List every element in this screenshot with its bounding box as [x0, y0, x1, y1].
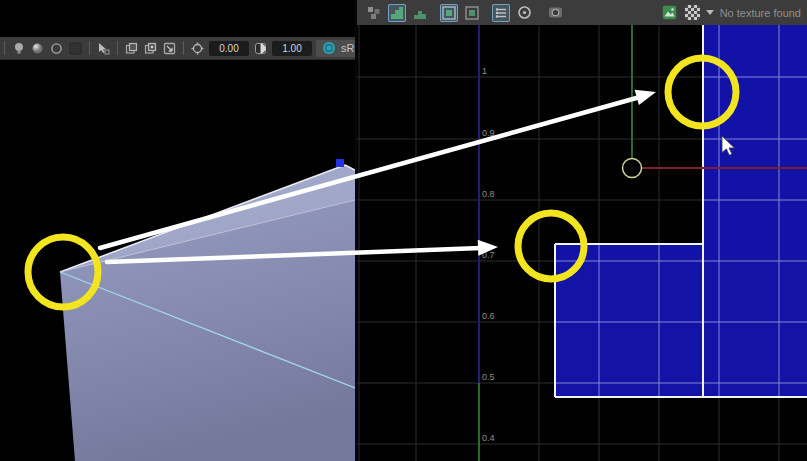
- layered-squares-dot-icon[interactable]: [143, 41, 158, 56]
- toolbar-separator: [89, 41, 90, 55]
- camera-checker-icon[interactable]: [546, 4, 564, 22]
- inactive-toggle-icon[interactable]: [68, 41, 83, 56]
- toolbar-separator: [117, 41, 118, 55]
- framed-square-icon[interactable]: [463, 4, 481, 22]
- wedge-mesh[interactable]: [60, 159, 355, 461]
- exposure-field[interactable]: 0.00: [209, 41, 249, 56]
- checkerboard-texture-icon[interactable]: [685, 5, 700, 20]
- contrast-field[interactable]: 1.00: [272, 41, 312, 56]
- chart-histogram-icon[interactable]: [411, 4, 429, 22]
- viewport-toolbar: 0.00 1.00 sRGB gamma: [0, 37, 355, 60]
- isolate-select-icon[interactable]: [162, 41, 177, 56]
- grid-lines-icon[interactable]: [492, 4, 510, 22]
- cursor-select-icon[interactable]: [96, 41, 111, 56]
- toolbar-separator: [183, 41, 184, 55]
- pivot-ring: [623, 159, 642, 178]
- contrast-icon[interactable]: [253, 41, 268, 56]
- layered-squares-icon[interactable]: [124, 41, 139, 56]
- uv-canvas[interactable]: [357, 0, 807, 461]
- uv-editor-panel[interactable]: 10.90.80.70.60.50.4: [355, 0, 807, 461]
- shaded-sphere-icon[interactable]: [30, 41, 45, 56]
- texture-dropdown-arrow-icon[interactable]: [706, 10, 714, 15]
- framed-square-active-icon[interactable]: [440, 4, 458, 22]
- image-icon[interactable]: [661, 4, 679, 22]
- texture-status-text: No texture found: [720, 7, 801, 19]
- chart-histogram-active-icon[interactable]: [388, 4, 406, 22]
- selected-vertex: [336, 159, 344, 167]
- toolbar-separator: [4, 41, 5, 55]
- uv-layout-cube-icon[interactable]: [365, 4, 383, 22]
- perspective-viewport-panel[interactable]: 0.00 1.00 sRGB gamma: [0, 0, 355, 461]
- application-window: 0.00 1.00 sRGB gamma: [0, 0, 807, 461]
- lightbulb-icon[interactable]: [11, 41, 26, 56]
- target-circle-icon[interactable]: [515, 4, 533, 22]
- viewport-canvas[interactable]: [0, 60, 355, 461]
- uv-shell-selected[interactable]: [547, 25, 807, 461]
- color-management-icon: [321, 41, 336, 56]
- uv-editor-toolbar: No texture found: [357, 0, 807, 25]
- circle-outline-icon[interactable]: [49, 41, 64, 56]
- exposure-icon[interactable]: [190, 41, 205, 56]
